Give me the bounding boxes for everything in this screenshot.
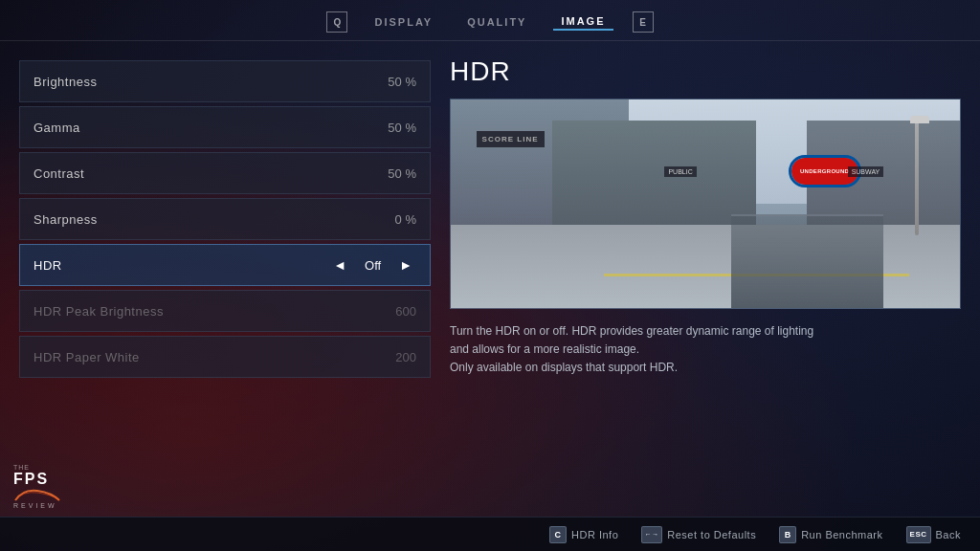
subway-sign: SUBWAY <box>848 166 884 177</box>
score-text: SCORE LINE <box>482 135 539 143</box>
hdr-info-label: HDR Info <box>571 529 618 540</box>
fps-logo: THE FPS REVIEW <box>13 464 61 509</box>
right-detail-panel: HDR UNDERGROUND SCORE LINE <box>450 51 961 516</box>
gamma-label: Gamma <box>33 121 80 135</box>
hdr-arrow-right[interactable]: ► <box>395 255 416 275</box>
hdr-paper-value: 200 <box>395 350 416 364</box>
nav-quality[interactable]: QUALITY <box>459 14 534 30</box>
hdr-info-action[interactable]: C HDR Info <box>549 526 618 543</box>
bottom-action-bar: C HDR Info ←→ Reset to Defaults B Run Be… <box>0 517 980 551</box>
public-sign: PUBLIC <box>664 166 696 177</box>
hdr-value: Off <box>365 258 381 273</box>
hdr-row[interactable]: HDR ◄ Off ► <box>19 244 431 286</box>
nav-q-icon[interactable]: Q <box>326 11 347 33</box>
benchmark-label: Run Benchmark <box>801 529 882 540</box>
hdr-peak-value: 600 <box>395 304 416 319</box>
brightness-value: 50 % <box>388 75 416 89</box>
contrast-row[interactable]: Contrast 50 % <box>19 152 431 194</box>
back-action[interactable]: ESC Back <box>906 526 961 543</box>
hdr-paper-row[interactable]: HDR Paper White 200 <box>19 336 431 378</box>
detail-title: HDR <box>450 56 961 87</box>
description-line1: Turn the HDR on or off. HDR provides gre… <box>450 324 813 338</box>
contrast-label: Contrast <box>33 166 84 181</box>
run-benchmark-action[interactable]: B Run Benchmark <box>779 526 882 543</box>
hdr-peak-row[interactable]: HDR Peak Brightness 600 <box>19 290 431 332</box>
reset-defaults-action[interactable]: ←→ Reset to Defaults <box>641 526 756 543</box>
hdr-info-key: C <box>549 526 567 543</box>
lamp-head-right <box>910 116 929 123</box>
building-center <box>552 121 756 235</box>
hdr-arrow-left[interactable]: ◄ <box>329 255 350 275</box>
stair-area <box>731 214 884 308</box>
brightness-row[interactable]: Brightness 50 % <box>19 60 431 102</box>
description-line3: Only available on displays that support … <box>450 361 678 374</box>
nav-e-icon[interactable]: E <box>633 11 654 33</box>
back-key: ESC <box>906 526 931 543</box>
nav-display[interactable]: DISPLAY <box>367 14 440 30</box>
hdr-controls: ◄ Off ► <box>329 255 416 275</box>
back-label: Back <box>936 529 961 540</box>
top-navigation: Q DISPLAY QUALITY IMAGE E <box>0 0 980 41</box>
score-sign: SCORE LINE <box>477 131 545 147</box>
detail-description: Turn the HDR on or off. HDR provides gre… <box>450 322 880 378</box>
hdr-paper-label: HDR Paper White <box>33 350 140 364</box>
reset-label: Reset to Defaults <box>667 529 756 540</box>
hdr-peak-label: HDR Peak Brightness <box>33 304 164 319</box>
hdr-label: HDR <box>33 258 62 273</box>
lamp-post-right <box>915 121 919 235</box>
public-text: PUBLIC <box>668 168 692 175</box>
ground-bg <box>451 225 960 308</box>
fps-logo-main: FPS <box>13 472 49 487</box>
left-settings-panel: Brightness 50 % Gamma 50 % Contrast 50 %… <box>19 51 431 516</box>
benchmark-key: B <box>779 526 796 543</box>
description-line2: and allows for a more realistic image. <box>450 342 639 356</box>
brightness-label: Brightness <box>33 75 97 89</box>
city-scene-bg: UNDERGROUND SCORE LINE PUBLIC SU <box>451 99 960 308</box>
fps-logo-sub: REVIEW <box>13 502 57 509</box>
subway-text: SUBWAY <box>852 168 880 175</box>
underground-text: UNDERGROUND <box>800 168 849 174</box>
sharpness-label: Sharpness <box>33 212 98 227</box>
detail-preview: UNDERGROUND SCORE LINE PUBLIC SU <box>450 99 961 309</box>
reset-key: ←→ <box>641 526 662 543</box>
sharpness-row[interactable]: Sharpness 0 % <box>19 198 431 240</box>
gamma-row[interactable]: Gamma 50 % <box>19 106 431 148</box>
fps-arc-icon <box>13 487 61 502</box>
nav-image[interactable]: IMAGE <box>553 13 612 31</box>
main-layout: Brightness 50 % Gamma 50 % Contrast 50 %… <box>0 41 980 516</box>
gamma-value: 50 % <box>388 121 416 135</box>
contrast-value: 50 % <box>388 166 416 181</box>
sharpness-value: 0 % <box>395 212 416 227</box>
